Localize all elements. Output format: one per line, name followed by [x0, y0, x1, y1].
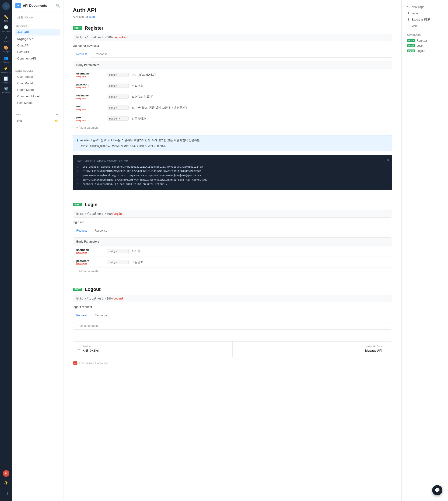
next-label: Next · API Docs: [365, 345, 382, 348]
nav-room-model[interactable]: Room Model: [16, 87, 60, 93]
nav-new[interactable]: New +: [12, 111, 63, 118]
table-row: password REQUIRED · string ▾ 비밀번호: [73, 80, 392, 91]
auth-link[interactable]: auth: [89, 15, 95, 18]
nav-user-model[interactable]: User Model: [16, 74, 60, 80]
icon-sidebar: ✦ ✏️ Edits 🕐 Activities ↗ Share 🎨 Design…: [0, 0, 12, 501]
search-icon[interactable]: 🔍: [56, 4, 60, 7]
nav-models-section: DATA MODELS User Model Chat Model Room M…: [12, 67, 63, 107]
login-type-select-password[interactable]: string ▾: [108, 260, 128, 264]
logout-url: http://localhost:4000/logout: [73, 295, 392, 302]
type-select-unit[interactable]: string ▾: [108, 105, 128, 110]
logout-tabs: Request Response: [73, 312, 392, 319]
sidebar-item-edits[interactable]: ✏️ Edits: [1, 14, 11, 23]
register-section-header: POST Register: [73, 25, 392, 31]
new-page-action[interactable]: ↪ New page: [405, 4, 444, 10]
logout-tab-request[interactable]: Request: [73, 312, 90, 319]
sidebar-item-teams[interactable]: 👥 Teams: [1, 55, 11, 64]
code-line-2: 2 MTE3YTI4M2UxOTk4MTMxZmWmM2Q1LC31c2Vybm…: [77, 169, 388, 173]
login-tab-response[interactable]: Response: [91, 227, 111, 234]
type-select-password[interactable]: string ▾: [108, 84, 128, 88]
activities-icon: 🕐: [4, 25, 8, 29]
table-row: unit REQUIRED · string ▾ 소속부대('ex: 공군 15…: [73, 102, 392, 113]
nav-auth-api[interactable]: Auth API: [16, 29, 60, 35]
sidebar-item-layer[interactable]: ◫: [1, 488, 11, 498]
more-action[interactable]: ··· More: [405, 23, 444, 29]
type-select-username[interactable]: string ▾: [108, 73, 128, 77]
sidebar-item-analytics[interactable]: 📊 Analytics: [1, 75, 11, 84]
prev-page-button[interactable]: ← Previous 사용 안내서: [73, 342, 233, 357]
sidebar-item-star[interactable]: ✨: [1, 478, 11, 487]
nav-divider-2: [16, 109, 60, 109]
table-row: pro REQUIRED · boolean ▾ 전문상담관 여: [73, 113, 392, 124]
layer-icon: ◫: [4, 491, 8, 495]
logout-badge: POST: [407, 50, 415, 52]
nav-files[interactable]: Files 📁: [12, 118, 63, 124]
code-header: login, register의 response header의 쿠키부분: [77, 159, 388, 163]
contents-register[interactable]: POST Register: [405, 38, 444, 43]
login-tab-request[interactable]: Request: [73, 227, 90, 234]
contents-section: CONTENTS POST Register POST Login POST L…: [405, 33, 444, 53]
logout-section: POST Logout http://localhost:4000/logout…: [73, 287, 392, 330]
type-select-realname[interactable]: string ▾: [108, 95, 128, 99]
app-title: API Documents: [23, 4, 47, 7]
user-avatar[interactable]: U: [3, 470, 9, 477]
register-tabs: Request Response: [73, 51, 392, 58]
import-action[interactable]: ⬆ Import: [405, 10, 444, 16]
integrations-icon: ⚡: [4, 66, 8, 70]
design-icon: 🎨: [4, 46, 8, 50]
sidebar-item-integrations[interactable]: ⚡ Integrations: [1, 65, 11, 74]
register-title: Register: [85, 25, 103, 31]
logout-tab-response[interactable]: Response: [91, 312, 111, 319]
nav-comment-api[interactable]: Comment API: [16, 55, 60, 62]
register-tab-response[interactable]: Response: [91, 51, 111, 57]
type-select-pro[interactable]: boolean ▾: [108, 117, 128, 121]
nav-chat-api[interactable]: Chat API ›: [16, 42, 60, 49]
logout-add-param[interactable]: + Add a parameter: [73, 322, 392, 329]
teams-icon: 👥: [4, 56, 8, 60]
register-post-badge: POST: [73, 26, 82, 30]
register-badge: POST: [407, 39, 415, 42]
code-line-1: 1 Set-Cookie: access_token=eyJhbGc1O1JIU…: [77, 165, 388, 169]
nav-post-model[interactable]: Post Model: [16, 100, 60, 106]
nav-mypage-api[interactable]: Mypage API: [16, 36, 60, 42]
share-icon: ↗: [5, 35, 8, 40]
export-pdf-action[interactable]: ⬆ Export as PDF: [405, 16, 444, 23]
app-logo[interactable]: ✦: [2, 2, 10, 10]
app-icon: ✦: [16, 3, 21, 8]
logo-icon: ✦: [5, 4, 7, 8]
import-icon: ⬆: [407, 11, 410, 15]
next-page-button[interactable]: Next · API Docs Mypage API →: [233, 342, 392, 357]
star-icon: ✨: [4, 481, 8, 485]
login-url: http://localhost:4000/login: [73, 210, 392, 217]
sidebar-item-activities[interactable]: 🕐 Activities: [1, 24, 11, 33]
chat-button[interactable]: 💬: [432, 485, 442, 495]
table-row: password REQUIRED · string ▾ 비밀번호: [73, 257, 392, 268]
nav-usage-guide[interactable]: 사용 안내서: [16, 14, 60, 21]
register-add-param[interactable]: + Add a parameter: [73, 124, 392, 131]
plus-icon: +: [56, 113, 58, 116]
register-tab-request[interactable]: Request: [73, 51, 90, 58]
contents-logout[interactable]: POST Logout: [405, 48, 444, 53]
sidebar-item-design[interactable]: 🎨 Design: [1, 44, 11, 54]
register-params-table: Body Parameters username REQUIRED · stri…: [73, 61, 392, 132]
login-section-header: POST Login: [73, 202, 392, 207]
login-params-header: Body Parameters: [73, 238, 392, 246]
contents-label: CONTENTS: [405, 33, 444, 36]
main-content: Auth API API lists for auth POST Registe…: [64, 0, 401, 501]
login-add-param[interactable]: + Add a parameter: [73, 268, 392, 275]
page-title: Auth API: [73, 7, 392, 14]
register-section: POST Register http://localhost:4000/regi…: [73, 25, 392, 190]
nav-comment-model[interactable]: Comment Model: [16, 93, 60, 100]
table-row: username REQUIRED · string ▾ 아이디: [73, 246, 392, 257]
nav-chat-model[interactable]: Chat Model: [16, 80, 60, 86]
nav-post-api[interactable]: Post API: [16, 49, 60, 55]
logout-params-table: + Add a parameter: [73, 322, 392, 330]
right-sidebar: ↪ New page ⬆ Import ⬆ Export as PDF ··· …: [401, 0, 448, 501]
login-type-select-username[interactable]: string ▾: [108, 249, 128, 253]
edits-icon: ✏️: [4, 15, 8, 19]
contents-login[interactable]: POST Login: [405, 43, 444, 48]
copy-button[interactable]: ⧉: [387, 158, 389, 162]
sidebar-item-share[interactable]: ↗ Share: [1, 34, 11, 43]
advanced-icon: ⚙️: [4, 87, 8, 91]
sidebar-item-advanced[interactable]: ⚙️ Advanced: [1, 85, 11, 95]
